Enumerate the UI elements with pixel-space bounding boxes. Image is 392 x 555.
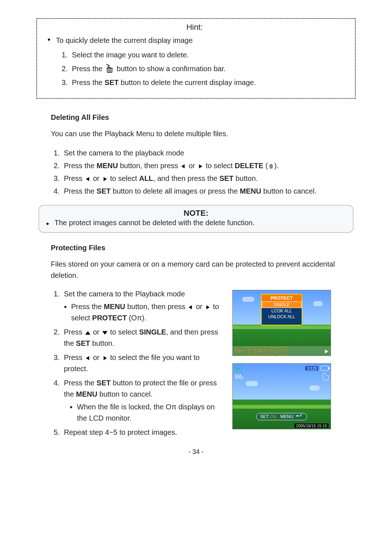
svg-marker-6 [181, 165, 185, 169]
lcd-figure-protect-menu: PROTECT SINGLE LCOK ALL UNLOCK ALL Oπ [232, 290, 331, 356]
menu-item-lock-all: LCOK ALL [262, 308, 302, 314]
hint-step-1: Select the image you want to delete. [70, 48, 348, 62]
bullet-icon [46, 223, 49, 225]
svg-rect-24 [258, 349, 262, 352]
note-text: The protect images cannot be deleted wit… [54, 219, 254, 227]
hint-title: Hint: [41, 23, 348, 32]
svg-marker-16 [189, 305, 192, 309]
svg-rect-25 [259, 350, 261, 352]
note-title: NOTE: [46, 208, 346, 218]
menu-title: PROTECT [262, 295, 302, 301]
menu-item-unlock-all: UNLOCK ALL [262, 314, 302, 320]
delete-step-3: Press or to select ALL, and then press t… [62, 172, 356, 185]
deleting-intro: You can use the Playback Menu to delete … [51, 128, 341, 139]
svg-marker-29 [296, 415, 298, 417]
protect-step-4: Press the SET button to protect the file… [62, 377, 221, 424]
bullet-icon [48, 39, 50, 41]
protect-step-1: Set the camera to the Playback mode Pres… [62, 288, 221, 324]
svg-marker-20 [86, 356, 89, 360]
hint-steps: Select the image you want to delete. Pre… [70, 48, 348, 89]
svg-marker-19 [102, 331, 107, 335]
menu-item-single: SINGLE [262, 301, 302, 308]
svg-marker-21 [103, 356, 107, 360]
protect-step-5: Repeat step 4~5 to protect images. [62, 427, 221, 438]
protect-intro: Files stored on your camera or on a memo… [51, 259, 341, 281]
protect-steps: Set the camera to the Playback mode Pres… [51, 288, 221, 438]
playback-mode-icon: ▶ [235, 365, 242, 372]
svg-marker-18 [85, 331, 90, 335]
protect-step-4-sub: When the file is locked, the Oπ displays… [77, 401, 221, 424]
svg-marker-7 [199, 165, 202, 169]
dpof-icon [277, 347, 287, 355]
set-menu-hint-pill: SET: Oπ MENU: [256, 413, 307, 420]
deleting-steps: Set the camera to the playback mode Pres… [51, 147, 356, 198]
protect-on-icon: Oπ [235, 348, 242, 354]
heading-deleting-all-files: Deleting All Files [51, 113, 356, 122]
memory-card-icon [323, 373, 328, 380]
protect-step-1-sub: Press the MENU button, then press or to … [71, 301, 221, 324]
delete-step-2: Press the MENU button, then press or to … [62, 159, 356, 172]
svg-marker-14 [86, 177, 89, 181]
lcd-figure-playback-locked: ▶ 1/120 5M1 SET: Oπ MENU: [232, 363, 331, 429]
protect-menu-popup: PROTECT SINGLE LCOK ALL UNLOCK ALL [261, 294, 302, 325]
bottom-icon-bar: Oπ ▶ [233, 346, 331, 356]
protect-step-3: Press or to select the file you want to … [62, 352, 221, 374]
svg-marker-17 [206, 305, 209, 309]
heading-protecting-files: Protecting Files [51, 244, 356, 252]
right-arrow-icon: ▶ [325, 348, 328, 354]
rotate-icon [266, 347, 276, 355]
timestamp: 2005/10/15 15:15 [294, 424, 328, 428]
svg-rect-22 [248, 350, 250, 353]
hint-box: Hint: To quickly delete the current disp… [36, 18, 356, 99]
svg-point-28 [282, 350, 283, 351]
svg-marker-15 [103, 177, 107, 181]
image-counter: 1/120 [305, 366, 318, 370]
hint-step-2: Press the button to show a confirmation … [70, 62, 348, 76]
delete-step-4: Press the SET button to delete all image… [62, 185, 356, 198]
protect-step-2: Press or to select SINGLE, and then pres… [62, 327, 221, 349]
slideshow-icon [256, 347, 265, 355]
delete-step-1: Set the camera to the playback mode [62, 147, 356, 159]
note-box: NOTE: The protect images cannot be delet… [38, 205, 354, 233]
trash-icon [245, 347, 254, 355]
svg-point-30 [301, 414, 302, 415]
resolution-badge: 5M1 [235, 374, 243, 380]
back-arrow-icon [295, 414, 303, 419]
hint-step-3: Press the SET button to delete the curre… [70, 76, 348, 89]
hint-bullet-text: To quickly delete the current display im… [56, 35, 193, 46]
svg-rect-13 [270, 165, 271, 165]
page-number: - 34 - [36, 448, 356, 456]
battery-icon [320, 366, 328, 371]
